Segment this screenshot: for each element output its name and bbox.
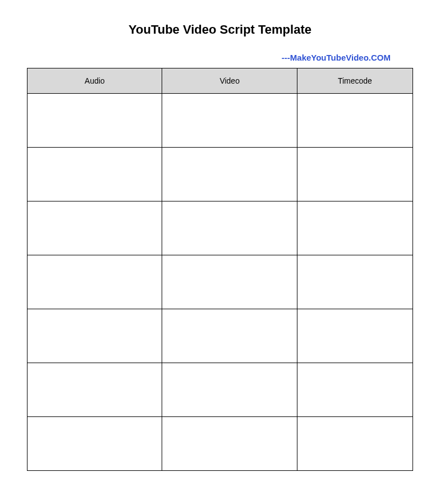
- cell-audio: [27, 94, 162, 148]
- table-row: [27, 363, 413, 417]
- column-header-video: Video: [162, 68, 297, 94]
- script-table: Audio Video Timecode: [27, 68, 413, 471]
- cell-audio: [27, 201, 162, 255]
- cell-video: [162, 201, 297, 255]
- page-title: YouTube Video Script Template: [27, 22, 413, 37]
- cell-video: [162, 363, 297, 417]
- cell-video: [162, 309, 297, 363]
- cell-video: [162, 148, 297, 201]
- column-header-audio: Audio: [27, 68, 162, 94]
- cell-timecode: [297, 309, 412, 363]
- cell-video: [162, 94, 297, 148]
- cell-timecode: [297, 201, 412, 255]
- cell-audio: [27, 148, 162, 201]
- table-row: [27, 309, 413, 363]
- table-row: [27, 148, 413, 201]
- cell-timecode: [297, 255, 412, 309]
- cell-timecode: [297, 417, 412, 471]
- cell-audio: [27, 417, 162, 471]
- cell-audio: [27, 255, 162, 309]
- cell-audio: [27, 309, 162, 363]
- table-row: [27, 255, 413, 309]
- column-header-timecode: Timecode: [297, 68, 412, 94]
- table-row: [27, 417, 413, 471]
- cell-timecode: [297, 94, 412, 148]
- table-row: [27, 94, 413, 148]
- table-header-row: Audio Video Timecode: [27, 68, 413, 94]
- attribution-link[interactable]: ---MakeYouTubeVideo.COM: [27, 53, 413, 62]
- table-row: [27, 201, 413, 255]
- cell-video: [162, 255, 297, 309]
- cell-video: [162, 417, 297, 471]
- cell-audio: [27, 363, 162, 417]
- cell-timecode: [297, 148, 412, 201]
- cell-timecode: [297, 363, 412, 417]
